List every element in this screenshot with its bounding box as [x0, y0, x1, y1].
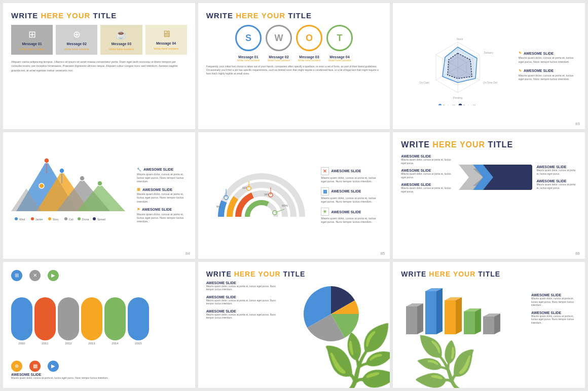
box-4-sub: Write here content	[154, 47, 178, 50]
s5-item-2: ▦ AWESOME SLIDE Mauris quam dolor, cursu…	[321, 187, 382, 204]
svg-point-29	[39, 183, 44, 188]
svg-text:Delivery: Delivery	[484, 51, 494, 54]
bottom-icons-row: ⊕ ▦ ▶	[11, 361, 187, 372]
timeline-row: 2010 2011 2012 2013 2014 2015	[11, 284, 187, 359]
s6-r-item-1: AWESOME SLIDE Mauris quam dolor, cursus …	[536, 165, 577, 175]
slide-number: 83	[575, 122, 580, 126]
svg-point-30	[80, 176, 85, 181]
timeline-item-2: 2011	[34, 297, 56, 345]
bottom-icon-3: ▶	[48, 361, 59, 372]
x-icon: ✕	[321, 167, 329, 175]
svg-marker-69	[456, 297, 462, 334]
slide-1: WRITE HERE YOUR TITLE ⊞ Message 01 Write…	[3, 3, 195, 129]
svg-marker-63	[417, 303, 423, 334]
top-icon-2: ✕	[29, 270, 41, 281]
swot-label-3: Message 03 Write here content	[296, 55, 322, 62]
slide-3: Stock Delivery On Time Delivery Pending …	[393, 3, 585, 129]
s7-sub: Mauris quam dolor, cursus at porta et, l…	[11, 376, 187, 380]
svg-text:Story: Story	[53, 218, 59, 221]
svg-text:9%: 9%	[216, 205, 221, 208]
title-here: HERE	[41, 11, 67, 20]
slide-9-title: WRITE HERE YOUR TITLE	[401, 270, 577, 278]
top-icon-3: ▶	[48, 270, 59, 281]
box-2: ⊕ Message 02 Write here content	[56, 25, 97, 55]
slide-8-title: WRITE HERE YOUR TITLE	[206, 270, 382, 278]
title-write: WRITE	[11, 11, 38, 20]
bottom-icon-2: ▦	[29, 361, 41, 372]
slide-8: WRITE HERE YOUR TITLE AWESOME SLIDE Maur…	[198, 262, 390, 388]
svg-text:On Cash: On Cash	[419, 81, 429, 84]
bars-3d-container	[401, 281, 527, 337]
s6-item-3: AWESOME SLIDE Mauris quam dolor, cursus …	[401, 183, 455, 193]
box-4-msg: Message 04	[156, 42, 176, 45]
s4-item-1: 🔧 AWESOME SLIDE Mauris quam dolor, cursu…	[137, 168, 187, 183]
slide-7-layout: ⊞ ✕ ▶ 2010 2011 2012 2013	[11, 270, 187, 380]
radar-container: Stock Delivery On Time Delivery Pending …	[401, 11, 514, 121]
slide-3-layout: Stock Delivery On Time Delivery Pending …	[401, 11, 577, 121]
bar-icon: ▦	[137, 187, 140, 191]
svg-marker-75	[494, 314, 500, 334]
pencil-icon-2: ✎	[519, 69, 522, 73]
s5-item-3: ✳ AWESOME SLIDE Mauris quam dolor, cursu…	[321, 208, 382, 224]
fern-decoration-2: 🌿	[411, 333, 479, 388]
slide-number-4: 84	[186, 251, 190, 256]
star-icon: ✳	[321, 208, 329, 216]
slide-number-5: 85	[380, 251, 385, 256]
svg-point-36	[48, 217, 51, 220]
pie-chart	[298, 281, 364, 347]
box-3-msg: Message 03	[112, 42, 131, 46]
s9-item-1: AWESOME SLIDE Mauris quam dolor, cursus …	[531, 293, 577, 307]
svg-point-31	[97, 181, 102, 186]
box-2-msg: Message 02	[67, 42, 87, 46]
svg-rect-61	[406, 306, 417, 334]
s8-item-2: AWESOME SLIDE Mauris quam dolor, cursus …	[206, 295, 277, 305]
slide-6-right: AWESOME SLIDE Mauris quam dolor, cursus …	[536, 154, 577, 200]
svg-rect-70	[464, 311, 475, 334]
box-1-msg: Message 01	[22, 42, 42, 46]
timeline-item-3: 2012	[58, 297, 79, 345]
title-your: YOUR	[66, 11, 93, 20]
svg-point-38	[64, 217, 67, 220]
slide-9-items: AWESOME SLIDE Mauris quam dolor, cursus …	[531, 281, 577, 337]
box-1-sub: Write here content	[20, 48, 45, 51]
swot-labels: Message 01 Write here content Message 02…	[206, 55, 382, 62]
slide-6-title: WRITE HERE YOUR TITLE	[401, 140, 577, 149]
swot-desc: Frequently, your initial font choice is …	[206, 65, 382, 75]
bars-3d-svg	[401, 281, 502, 337]
s3-item-1: ✎ AWESOME SLIDE Mauris quam dolor, cursu…	[519, 51, 577, 63]
slide-9: WRITE HERE YOUR TITLE	[393, 262, 585, 388]
box-3: ☕ Message 03 Write here content	[100, 25, 142, 55]
box-3-sub: Write here content	[109, 48, 134, 51]
s9-item-2: AWESOME SLIDE Mauris quam dolor, cursus …	[531, 311, 577, 325]
slide-8-content: AWESOME SLIDE Mauris quam dolor, cursus …	[206, 281, 382, 347]
grid-icon: ▦	[321, 187, 329, 196]
s7-title: AWESOME SLIDE	[11, 373, 187, 376]
arrows-container	[459, 154, 532, 200]
s8-item-3: AWESOME SLIDE Mauris quam dolor, cursus …	[206, 309, 277, 320]
box-4: 🖥 Message 04 Write here content	[145, 25, 187, 55]
svg-text:On Time Delivery: On Time Delivery	[483, 81, 497, 84]
svg-text:Product 02: Product 02	[463, 104, 475, 105]
swot-label-1: Message 01 Write here content	[235, 55, 262, 62]
slide-number-6: 86	[575, 251, 580, 256]
slide-4: Wind Jacket Story Cali Drone Spread 🔧 AW…	[3, 132, 195, 258]
swot-o: O	[296, 25, 322, 51]
timeline-item-5: 2014	[104, 297, 126, 345]
s3-item-2: ✎ AWESOME SLIDE Mauris quam dolor, cursu…	[519, 69, 577, 81]
wrench-icon: 🔧	[137, 168, 141, 172]
s8-item-1: AWESOME SLIDE Mauris quam dolor, cursus …	[206, 281, 277, 291]
svg-text:Stock: Stock	[456, 37, 463, 41]
slide-8-items: AWESOME SLIDE Mauris quam dolor, cursus …	[206, 281, 277, 347]
mountain-chart-container: Wind Jacket Story Cali Drone Spread	[11, 140, 133, 250]
slide-4-layout: Wind Jacket Story Cali Drone Spread 🔧 AW…	[11, 140, 187, 250]
svg-text:Spread: Spread	[97, 218, 105, 221]
box-1-icon: ⊞	[28, 29, 36, 40]
box-2-icon: ⊕	[73, 29, 81, 40]
svg-text:Jacket: Jacket	[35, 218, 43, 221]
top-icon-1: ⊞	[11, 270, 22, 281]
svg-rect-73	[483, 317, 494, 334]
slide-2: WRITE HERE YOUR TITLE S W O T Message 01…	[198, 3, 390, 129]
timeline-item-6: 2015	[128, 297, 149, 345]
s6-r-item-2: AWESOME SLIDE Mauris quam dolor, cursus …	[536, 179, 577, 189]
svg-marker-72	[475, 308, 481, 334]
